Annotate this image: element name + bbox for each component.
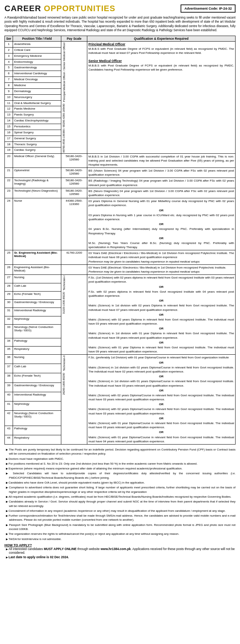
note-3: For positions mentioned at S. No 20 to 2… xyxy=(4,462,236,466)
note-7: Compliance to advertised criteria does n… xyxy=(4,485,236,494)
tech1-label: Technician-I xyxy=(62,276,66,290)
pos-25-text: Sr. Engineering Assistant (Bio-Medical) xyxy=(14,251,58,258)
tech2-qual-gastro: Matric (Science) in 1st division with 01… xyxy=(88,380,234,387)
pos-21: Optometrist xyxy=(13,168,61,178)
note-11: Further correspondence/intimation for Te… xyxy=(4,514,236,522)
page: CAREER OPPORTUNITIES Advertisement Code:… xyxy=(0,0,240,563)
pmo-label: Principal Medical Officer xyxy=(88,42,125,46)
note-13: The organization reserves the rights to … xyxy=(4,532,236,536)
table-row: 36 Nursing Technician-II 26260-1800-8020… xyxy=(5,355,236,364)
tech2-qual-echo: Matric (Science) in 1st division with 02… xyxy=(88,366,234,373)
website-link[interactable]: www.hr1384.com.pk xyxy=(101,547,131,551)
table-row: 24 Nurse 44360-2500-119360 03 years Dipl… xyxy=(5,198,236,250)
pay-22: 58180-3420-126580 xyxy=(61,178,87,188)
qual-20: M.B.B.S in 1st Division / 3.00 CGPA with… xyxy=(87,153,236,168)
smo-text: M.B.B.S with Post Graduate Degree of FCP… xyxy=(88,64,234,71)
ser-22: 22 xyxy=(5,178,13,188)
qual-26-1: 03 Years DAE (Electrical / Electronics /… xyxy=(88,266,226,269)
ad-code-value: IP-24-32 xyxy=(219,7,232,10)
table-row: 20 Medical Officer (General Duty) 58180-… xyxy=(5,153,236,168)
tech1-qual-nursing: F.Sc. (1st Division) with 02 years diplo… xyxy=(88,276,234,283)
table-row: 22 Technologist (Radiology & Imaging) 58… xyxy=(5,178,236,188)
ser-25: 25 xyxy=(5,250,13,265)
tech2-qual-respiratory: Matric (Science) with 01 year Diploma/Co… xyxy=(88,436,234,443)
qual-23: BS (Neuro Diagnostic) 04 year program wi… xyxy=(87,188,236,198)
header-ser: Ser xyxy=(5,36,13,41)
apply-list: All interested candidates MUST APPLY ONL… xyxy=(4,547,236,559)
qual-26-2: Preference may be given to candidates ha… xyxy=(88,270,200,273)
smo-label: Senior Medical Officer xyxy=(88,59,122,63)
note-9: Candidates already in Service / Govt. Se… xyxy=(4,500,236,508)
pay-scale-group1: 99760-4530-190360 / 80290-4260-165490 xyxy=(62,104,65,153)
or-2: OR xyxy=(88,222,234,226)
qual-26: 03 Years DAE (Electrical / Electronics /… xyxy=(87,264,236,274)
pos-23: Technologist (Neuro Diagnostics) xyxy=(13,188,61,198)
ser-20: 20 xyxy=(5,153,13,168)
page-title: CAREER OPPORTUNITIES xyxy=(4,4,116,13)
tech1-pay: 31320-1930-89220 xyxy=(62,292,65,314)
qual-24-2: 03 years Diploma in Nursing with 1 year … xyxy=(88,214,234,221)
pay-24: 44360-2500-119360 xyxy=(61,198,87,250)
pos-26: Engineering Assistant (Bio-Medical) xyxy=(13,264,61,274)
table-row: 27 Nursing Technician-I 31320-1930-89220… xyxy=(5,275,236,283)
pay-25: 41760-2200 xyxy=(61,250,87,265)
header-pay: Pay Scale xyxy=(61,36,87,41)
last-date: Last date to apply online is 02 Dec 2024… xyxy=(9,555,69,559)
intro-paragraph: A Rawalpindi/Islamabad based renowned te… xyxy=(4,16,236,33)
tech2-qual-nephro: Matric (Science) with 02 years Diploma/C… xyxy=(88,394,234,401)
qual-21-text: BS (Vision Sciences) 04 year program wit… xyxy=(88,169,234,177)
table-row: 1 Anaesthesia Principal Medical Officer … xyxy=(5,41,236,47)
pay-group1: Principal Medical Officer / Senior Medic… xyxy=(61,41,87,153)
pos-25: Sr. Engineering Assistant (Bio-Medical) xyxy=(13,250,61,265)
tech2-pay: 26260-1800-80200 xyxy=(62,373,65,395)
ser-26: 26 xyxy=(5,264,13,274)
qual-24-4: M.Sc. (Nursing) Two Years Course after B… xyxy=(88,241,234,249)
notes-list: The Posts are purely temporary but likel… xyxy=(4,448,236,541)
qual-22: BS (Radiology / Imaging Technology) 04 y… xyxy=(87,178,236,188)
qual-22-text: BS (Radiology / Imaging Technology) 04 y… xyxy=(88,179,234,187)
qual-25: 03 Years DAE (Electrical / Electronics /… xyxy=(87,250,236,265)
pos-1: Anaesthesia xyxy=(13,41,61,47)
tech2-label: Technician-II xyxy=(62,355,66,371)
note-5: Selected Candidates will have to submit/… xyxy=(4,471,236,480)
qual-24-1: 03 years Diploma in General Nursing with… xyxy=(88,199,234,207)
table-row: 25 Sr. Engineering Assistant (Bio-Medica… xyxy=(5,250,236,265)
header: CAREER OPPORTUNITIES Advertisement Code:… xyxy=(4,4,236,13)
qual-tech1: F.Sc. (1st Division) with 02 years diplo… xyxy=(87,275,236,355)
qual-20-text: M.B.B.S in 1st Division / 3.00 CGPA with… xyxy=(88,155,234,167)
qual-23-text: BS (Neuro Diagnostic) 04 year program wi… xyxy=(88,189,234,197)
note-12: Passport Size Photograph (Blue Backgroun… xyxy=(4,523,236,531)
tech1-qual-pathology: Matric (Science) with 01 year Diploma in… xyxy=(88,346,234,353)
tech2-qual-neuro: Matric (Science) with 02 years Diploma/C… xyxy=(88,407,234,415)
or-3: OR xyxy=(88,236,234,240)
pay-tech2: Technician-II 26260-1800-80200 xyxy=(61,355,87,445)
pay-21: 58180-3420-126580 xyxy=(61,168,87,178)
pmo-text: M.B.B.S with Post Graduate Degree of FCP… xyxy=(88,47,234,55)
pay-tech1: Technician-I 31320-1930-89220 xyxy=(61,275,87,355)
main-table: Ser Position Title / Field Pay Scale Qua… xyxy=(4,36,236,445)
table-row: 26 Engineering Assistant (Bio-Medical) 0… xyxy=(5,264,236,274)
header-position: Position Title / Field xyxy=(13,36,61,41)
note-1: The Posts are purely temporary but likel… xyxy=(4,448,236,456)
or-1: OR xyxy=(88,208,234,212)
table-row: 23 Technologist (Neuro Diagnostics) 5818… xyxy=(5,188,236,198)
header-qual: Qualification & Experience Required xyxy=(87,36,236,41)
pay-26 xyxy=(61,264,87,274)
note-14: TA/DA for test/interview is not admissib… xyxy=(4,537,236,541)
note-8: All required academic qualification (i.e… xyxy=(4,495,236,499)
pos-24: Nurse xyxy=(13,198,61,250)
qual-24: 03 years Diploma in General Nursing with… xyxy=(87,198,236,250)
qual-group1: Principal Medical Officer M.B.B.S with P… xyxy=(87,41,236,153)
ser-23: 23 xyxy=(5,188,13,198)
tech2-qual-nursing: F.Sc. (preferably 1st Division) with 01 … xyxy=(88,356,229,359)
apply-item-1: All interested candidates MUST APPLY ONL… xyxy=(4,547,236,554)
qual-21: BS (Vision Sciences) 04 year program wit… xyxy=(87,168,236,178)
apply-item-2: Last date to apply online is 02 Dec 2024… xyxy=(4,555,236,559)
ser-21: 21 xyxy=(5,168,13,178)
footer-notes: The Posts are purely temporary but likel… xyxy=(4,448,236,541)
pay-20: 58180-3420-126580 xyxy=(61,153,87,168)
tech1-qual-cathlab: F.Sc. with 02 years diploma in relevant … xyxy=(88,290,234,297)
ser-1: 1 xyxy=(5,41,13,47)
qual-25-2: Preference may be given to candidates ha… xyxy=(88,260,200,263)
qual-24-3: 04 years B.Sc. Nursing (after Intermedia… xyxy=(88,227,234,235)
